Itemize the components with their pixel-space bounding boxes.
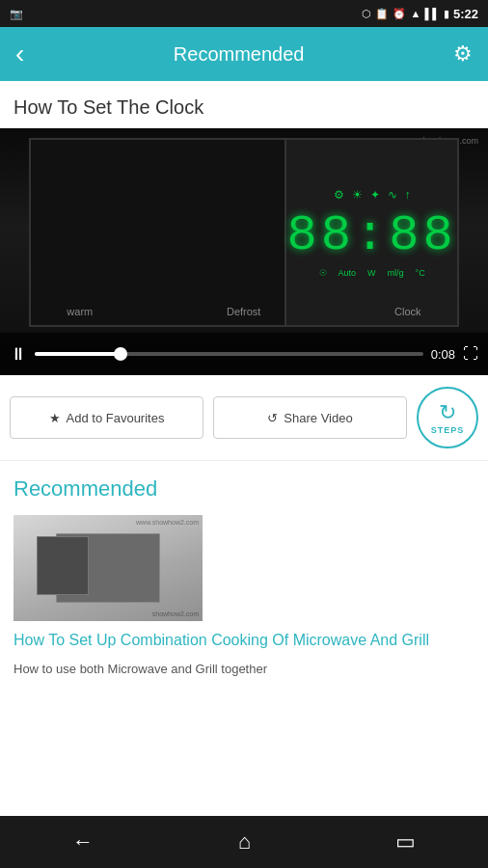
- progress-thumb[interactable]: [114, 347, 127, 361]
- mw-unit1: ☉: [319, 268, 327, 278]
- top-bar: ‹ Recommended ⚙: [0, 27, 488, 81]
- main-content: How To Set The Clock www.showhow2.com ⚙ …: [0, 81, 488, 816]
- microwave-panel: ⚙ ☀ ✦ ∿ ↑ 88:88 ☉ Auto W ml/g °C: [286, 140, 457, 325]
- microwave-body: ⚙ ☀ ✦ ∿ ↑ 88:88 ☉ Auto W ml/g °C: [29, 138, 459, 327]
- status-bar: 📷 ⬡ 📋 ⏰ ▲ ▌▌ ▮ 5:22: [0, 0, 488, 27]
- nav-recent-button[interactable]: ▭: [376, 820, 435, 864]
- clipboard-icon: 📋: [375, 8, 389, 20]
- share-label: Share Video: [284, 411, 352, 425]
- recommended-title: Recommended: [14, 476, 474, 502]
- mw-icon2: ☀: [352, 188, 363, 202]
- page-title: How To Set The Clock: [0, 81, 488, 128]
- status-bar-left: 📷: [10, 8, 23, 20]
- rec-thumb-watermark: www.showhow2.com: [136, 519, 199, 526]
- mw-unit2: Auto: [339, 268, 357, 278]
- progress-fill: [35, 352, 121, 356]
- mw-unit5: °C: [416, 268, 425, 278]
- rec-item-title[interactable]: How To Set Up Combination Cooking Of Mic…: [14, 631, 474, 651]
- bottom-nav: ← ⌂ ▭: [0, 816, 488, 868]
- microwave-panel-labels: warm Defrost Clock: [0, 306, 488, 317]
- progress-bar[interactable]: [35, 352, 423, 356]
- share-video-button[interactable]: ↺ Share Video: [213, 396, 407, 439]
- recommended-section: Recommended www.showhow2.com showhow2.co…: [0, 461, 488, 688]
- rec-item-description: How to use both Microwave and Grill toge…: [14, 661, 474, 678]
- mw-icon1: ⚙: [334, 188, 344, 202]
- bluetooth-icon: ⬡: [362, 8, 371, 20]
- pause-button[interactable]: ⏸: [10, 344, 27, 365]
- star-icon: ★: [49, 411, 61, 425]
- mw-icon4: ∿: [388, 188, 397, 202]
- video-controls: ⏸ 0:08 ⛶: [0, 333, 488, 375]
- status-bar-right: ⬡ 📋 ⏰ ▲ ▌▌ ▮ 5:22: [362, 7, 478, 21]
- camera-icon: 📷: [10, 8, 23, 20]
- action-buttons: ★ Add to Favourites ↺ Share Video ↻ STEP…: [0, 375, 488, 461]
- recommended-item: www.showhow2.com showhow2.com How To Set…: [14, 515, 474, 678]
- wifi-icon: ▲: [410, 8, 420, 19]
- steps-label: STEPS: [431, 425, 465, 435]
- nav-back-button[interactable]: ←: [53, 820, 113, 864]
- back-button[interactable]: ‹: [15, 39, 24, 69]
- favourites-label: Add to Favourites: [67, 411, 165, 425]
- steps-button[interactable]: ↻ STEPS: [417, 387, 478, 448]
- fullscreen-button[interactable]: ⛶: [463, 345, 478, 363]
- alarm-icon: ⏰: [393, 8, 406, 20]
- rec-thumb-brand-label: showhow2.com: [152, 610, 199, 617]
- panel-label-clock: Clock: [394, 306, 421, 317]
- mw-unit3: W: [367, 268, 376, 278]
- share-icon: ↺: [267, 411, 278, 425]
- panel-label-defrost: Defrost: [227, 306, 260, 317]
- steps-icon: ↻: [439, 400, 456, 425]
- add-to-favourites-button[interactable]: ★ Add to Favourites: [10, 396, 203, 439]
- nav-home-button[interactable]: ⌂: [219, 820, 270, 864]
- panel-label-warm: warm: [67, 306, 93, 317]
- microwave-door: [31, 140, 286, 325]
- settings-button[interactable]: ⚙: [453, 41, 473, 67]
- battery-icon: ▮: [444, 8, 449, 20]
- rec-thumbnail[interactable]: www.showhow2.com showhow2.com: [14, 515, 203, 621]
- video-player[interactable]: www.showhow2.com ⚙ ☀ ✦ ∿ ↑ 88:88: [0, 128, 488, 375]
- signal-icon: ▌▌: [424, 8, 440, 19]
- top-bar-title: Recommended: [174, 43, 305, 66]
- rec-thumb-bg: [14, 515, 203, 621]
- status-time: 5:22: [453, 7, 478, 21]
- video-time: 0:08: [431, 347, 455, 362]
- mw-icon3: ✦: [370, 188, 380, 202]
- mw-unit4: ml/g: [388, 268, 404, 278]
- mw-icon5: ↑: [405, 188, 411, 202]
- digital-clock-display: 88:88: [287, 207, 457, 264]
